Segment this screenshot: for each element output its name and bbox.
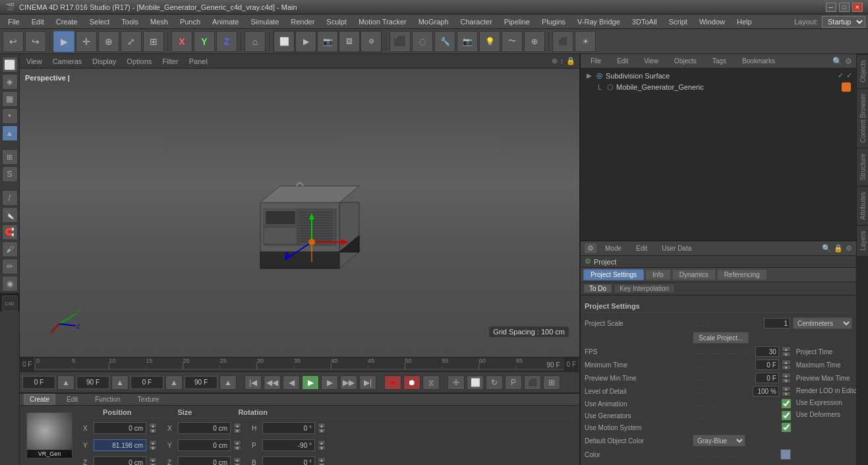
playback-start-input[interactable] xyxy=(130,376,163,389)
objects-view-tab[interactable]: View xyxy=(638,55,664,67)
viewport-move-icon[interactable]: ⊕ xyxy=(552,57,558,65)
end-time-up-btn[interactable]: ▲ xyxy=(111,375,129,390)
color-swatch[interactable] xyxy=(780,449,791,460)
tab-edit[interactable]: Edit xyxy=(61,394,84,405)
render-region-btn[interactable]: ⬜ xyxy=(274,31,295,52)
objects-objects-tab[interactable]: Objects xyxy=(668,55,703,67)
redo-button[interactable]: ↪ xyxy=(25,31,46,52)
subtab-todo[interactable]: To Do xyxy=(583,284,612,294)
z-pos-spinner[interactable]: ▲ ▼ xyxy=(149,457,157,465)
polygon-pen-tool[interactable]: ✏ xyxy=(2,259,18,274)
min-time-spinner[interactable]: ▲ ▼ xyxy=(782,359,791,370)
use-gen-checkbox[interactable] xyxy=(782,411,791,420)
minimize-button[interactable]: ─ xyxy=(826,3,836,12)
menu-help[interactable]: Help xyxy=(732,16,757,27)
attrs-gear-icon[interactable]: ⚙ xyxy=(846,244,852,253)
menu-select[interactable]: Select xyxy=(84,16,115,27)
timeline-options-btn[interactable]: P xyxy=(505,375,522,390)
hud-btn[interactable]: ⊞ xyxy=(543,375,560,390)
move-tool[interactable]: ✛ xyxy=(76,31,97,52)
unit-dropdown[interactable]: Centimeters xyxy=(793,317,852,329)
line-tool[interactable]: / xyxy=(2,190,18,206)
y-axis-btn[interactable]: Y xyxy=(194,31,215,52)
menu-edit[interactable]: Edit xyxy=(26,16,49,27)
undo-button[interactable]: ↩ xyxy=(3,31,24,52)
light-btn[interactable]: 💡 xyxy=(479,31,500,52)
use-motion-checkbox[interactable] xyxy=(782,423,791,432)
objects-tags-tab[interactable]: Tags xyxy=(707,55,732,67)
project-scale-input[interactable] xyxy=(764,318,790,328)
viewport-panel-menu[interactable]: Panel xyxy=(187,56,210,67)
attrs-lock-icon[interactable]: 🔒 xyxy=(834,244,843,253)
viewport-zoom-icon[interactable]: ↕ xyxy=(560,57,564,65)
tab-structure[interactable]: Structure xyxy=(857,148,868,186)
polygon-mode-btn[interactable]: ◈ xyxy=(2,74,18,90)
z-size-spinner[interactable]: ▲ ▼ xyxy=(233,457,241,465)
menu-motion-tracker[interactable]: Motion Tracker xyxy=(353,16,412,27)
ik-fk-btn[interactable]: ⬜ xyxy=(467,375,484,390)
tab-texture[interactable]: Texture xyxy=(132,394,165,405)
select-tool[interactable]: ▶ xyxy=(53,31,74,52)
render-active-view-btn[interactable]: ▶ xyxy=(295,31,316,52)
y-pos-input[interactable] xyxy=(94,439,146,451)
b-rot-input[interactable] xyxy=(262,456,315,465)
model-mode-btn[interactable]: ▲ xyxy=(2,125,18,141)
p-rot-spinner[interactable]: ▲ ▼ xyxy=(318,440,326,450)
tab-layers[interactable]: Layers xyxy=(857,225,868,256)
attrs-mode-tab[interactable]: Mode xyxy=(599,243,627,254)
playback-end-input[interactable] xyxy=(185,376,217,389)
scale-tool[interactable]: ⤢ xyxy=(121,31,142,52)
viewport-lock-icon[interactable]: 🔒 xyxy=(566,57,575,65)
lod-input[interactable] xyxy=(753,386,779,396)
next-frame-btn[interactable]: ▶ xyxy=(321,375,338,390)
h-rot-input[interactable] xyxy=(262,422,315,434)
magnet-tool[interactable]: 🧲 xyxy=(2,224,18,240)
knife-tool[interactable]: 🔪 xyxy=(2,207,18,223)
tab-project-settings[interactable]: Project Settings xyxy=(583,269,644,280)
sculpt-tool[interactable]: 🖌 xyxy=(2,241,18,257)
objects-bookmarks-tab[interactable]: Bookmarks xyxy=(736,55,781,67)
go-to-end-btn[interactable]: ▶| xyxy=(359,375,376,390)
end-time-input[interactable] xyxy=(76,376,109,389)
x-pos-spinner[interactable]: ▲ ▼ xyxy=(149,423,157,433)
preview-min-spinner[interactable]: ▲ ▼ xyxy=(782,373,791,383)
x-axis-btn[interactable]: X xyxy=(171,31,192,52)
tab-info[interactable]: Info xyxy=(645,269,671,280)
keyframe-sel-btn[interactable]: ⧖ xyxy=(422,375,440,390)
brush-tool[interactable]: ◉ xyxy=(2,276,18,292)
viewport-cameras-menu[interactable]: Cameras xyxy=(50,56,85,67)
record-btn[interactable]: ● xyxy=(384,375,401,390)
menu-script[interactable]: Script xyxy=(664,16,693,27)
close-button[interactable]: ✕ xyxy=(852,3,863,12)
sky-btn[interactable]: ☀ xyxy=(575,31,596,52)
subdiv-check2[interactable]: ✓ xyxy=(846,71,852,80)
playback-start-up-btn[interactable]: ▲ xyxy=(165,375,183,390)
x-pos-down[interactable]: ▼ xyxy=(149,428,157,433)
prev-keyframe-btn[interactable]: ◀◀ xyxy=(264,375,281,390)
y-pos-spinner[interactable]: ▲ ▼ xyxy=(149,440,157,450)
nurbs-btn[interactable]: ◌ xyxy=(412,31,433,52)
scale-project-btn[interactable]: Scale Project... xyxy=(693,332,749,344)
preview-min-input[interactable] xyxy=(755,373,779,383)
tab-objects[interactable]: Objects xyxy=(857,54,868,88)
menu-sculpt[interactable]: Sculpt xyxy=(321,16,352,27)
x-pos-input[interactable] xyxy=(94,422,146,434)
menu-mograph[interactable]: MoGraph xyxy=(413,16,454,27)
window-controls[interactable]: ─ □ ✕ xyxy=(826,3,863,12)
menu-create[interactable]: Create xyxy=(51,16,83,27)
menu-character[interactable]: Character xyxy=(455,16,498,27)
menu-tools[interactable]: Tools xyxy=(116,16,144,27)
edge-mode-btn[interactable]: ▦ xyxy=(2,91,18,107)
min-time-input[interactable] xyxy=(755,359,779,370)
menu-punch[interactable]: Punch xyxy=(175,16,206,27)
tab-attributes[interactable]: Attributes xyxy=(857,186,868,225)
tab-dynamics[interactable]: Dynamics xyxy=(672,269,716,280)
render-settings-btn[interactable]: ⚙ xyxy=(361,31,382,52)
menu-3dtoall[interactable]: 3DToAll xyxy=(627,16,662,27)
subdiv-check1[interactable]: ✓ xyxy=(838,71,844,80)
next-keyframe-btn[interactable]: ▶▶ xyxy=(340,375,357,390)
tab-create[interactable]: Create xyxy=(24,394,55,405)
menu-pipeline[interactable]: Pipeline xyxy=(499,16,535,27)
fps-spinner[interactable]: ▲ ▼ xyxy=(782,346,791,357)
lod-spinner[interactable]: ▲ ▼ xyxy=(782,386,791,396)
